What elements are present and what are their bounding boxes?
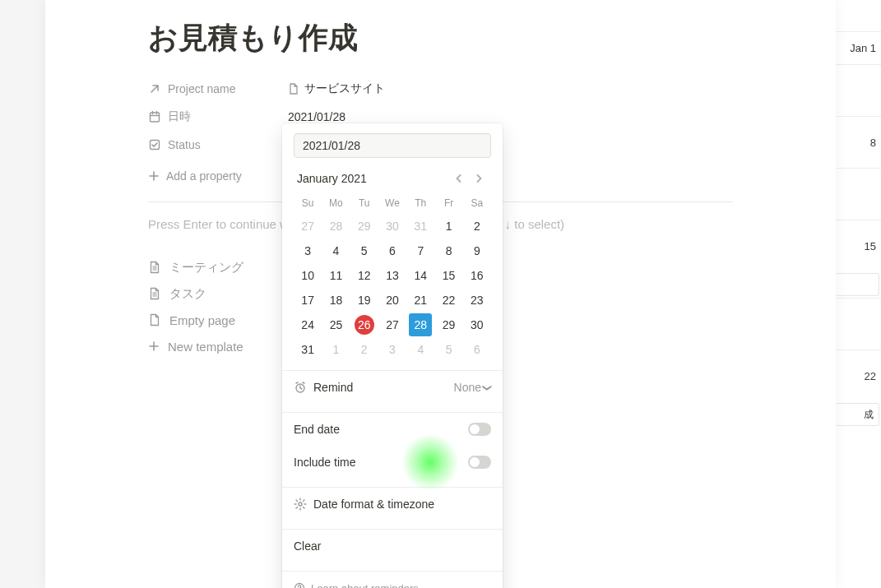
template-label: Empty page xyxy=(169,313,235,327)
timeline-strip: Jan 1 8 15 22 成 xyxy=(836,0,881,588)
calendar-day[interactable]: 10 xyxy=(294,266,322,285)
help-icon xyxy=(294,582,305,588)
remind-row[interactable]: Remind None ❯ xyxy=(282,371,503,404)
clear-label: Clear xyxy=(294,539,321,553)
timeline-date-header: Jan 1 xyxy=(836,31,881,64)
date-picker-popover: January 2021 SuMoTuWeThFrSa 272829303112… xyxy=(282,123,503,588)
end-date-row: End date xyxy=(282,413,503,446)
calendar-day[interactable]: 15 xyxy=(434,266,462,285)
calendar-day[interactable]: 31 xyxy=(294,340,322,359)
calendar-day[interactable]: 20 xyxy=(378,290,406,310)
checkbox-icon xyxy=(148,138,161,151)
page-icon xyxy=(148,287,161,300)
calendar-day[interactable]: 3 xyxy=(294,241,322,261)
timeline-task[interactable]: 成 xyxy=(836,403,879,426)
calendar-day[interactable]: 9 xyxy=(463,241,491,261)
calendar-day[interactable]: 11 xyxy=(322,266,350,285)
calendar-dow: Th xyxy=(406,197,434,209)
timeline-cell: 15 xyxy=(836,220,881,271)
calendar-dow: Su xyxy=(294,197,322,209)
clock-alarm-icon xyxy=(294,381,307,394)
timeline-cell: 8 xyxy=(836,116,881,168)
calendar-day[interactable]: 13 xyxy=(378,266,406,285)
gear-icon xyxy=(294,498,307,511)
template-label: タスク xyxy=(169,286,206,302)
timeline-cell: 22 xyxy=(836,350,881,401)
calendar-day[interactable]: 28 xyxy=(406,313,434,336)
calendar-dow-row: SuMoTuWeThFrSa xyxy=(294,197,491,209)
calendar-day[interactable]: 4 xyxy=(406,340,434,359)
property-value: サービスサイト xyxy=(304,81,385,96)
timeline-task[interactable] xyxy=(836,273,879,296)
end-date-toggle[interactable] xyxy=(468,423,491,436)
relation-arrow-icon xyxy=(148,82,161,95)
calendar-dow: Mo xyxy=(322,197,350,209)
calendar-dow: Sa xyxy=(463,197,491,209)
plus-icon xyxy=(148,340,160,352)
calendar-day[interactable]: 5 xyxy=(434,340,462,359)
svg-rect-0 xyxy=(151,113,160,122)
calendar-dow: Fr xyxy=(434,197,462,209)
page-icon xyxy=(148,261,161,274)
calendar-day[interactable]: 27 xyxy=(378,315,406,335)
timeline-cell xyxy=(836,168,881,220)
calendar-day[interactable]: 30 xyxy=(463,315,491,335)
svg-point-3 xyxy=(299,502,302,506)
calendar-day[interactable]: 18 xyxy=(322,290,350,310)
calendar-day[interactable]: 30 xyxy=(378,216,406,236)
calendar-day[interactable]: 6 xyxy=(463,340,491,359)
calendar-day[interactable]: 22 xyxy=(434,290,462,310)
date-format-row[interactable]: Date format & timezone xyxy=(282,488,503,521)
property-row-project[interactable]: Project name サービスサイト xyxy=(148,75,733,103)
calendar-day[interactable]: 26 xyxy=(350,315,378,335)
calendar-dow: Tu xyxy=(350,197,378,209)
calendar-day[interactable]: 8 xyxy=(434,241,462,261)
include-time-row: Include time xyxy=(282,446,503,479)
add-property-label: Add a property xyxy=(166,169,242,183)
calendar-prev-button[interactable] xyxy=(450,169,468,188)
calendar-day[interactable]: 24 xyxy=(294,315,322,335)
clear-row[interactable]: Clear xyxy=(282,530,503,563)
page-title[interactable]: お見積もり作成 xyxy=(148,18,733,58)
calendar-month-label: January 2021 xyxy=(297,172,367,185)
template-label: ミーティング xyxy=(169,260,243,275)
template-label: New template xyxy=(168,340,243,354)
calendar-day[interactable]: 17 xyxy=(294,290,322,310)
include-time-toggle[interactable] xyxy=(468,456,491,469)
calendar-day[interactable]: 27 xyxy=(294,216,322,236)
calendar-day[interactable]: 29 xyxy=(350,216,378,236)
remind-label: Remind xyxy=(313,381,353,394)
calendar-day[interactable]: 12 xyxy=(350,266,378,285)
learn-reminders[interactable]: Learn about reminders xyxy=(282,572,503,588)
page-icon xyxy=(288,83,299,95)
calendar-day[interactable]: 19 xyxy=(350,290,378,310)
calendar-day[interactable]: 6 xyxy=(378,241,406,261)
calendar-day[interactable]: 7 xyxy=(406,241,434,261)
calendar-day[interactable]: 1 xyxy=(322,340,350,359)
calendar-day[interactable]: 28 xyxy=(322,216,350,236)
end-date-label: End date xyxy=(294,423,340,436)
property-label: 日時 xyxy=(168,109,191,124)
calendar-day[interactable]: 31 xyxy=(406,216,434,236)
date-input[interactable] xyxy=(294,133,491,158)
calendar-day[interactable]: 23 xyxy=(463,290,491,310)
page-icon xyxy=(148,313,161,326)
calendar-day[interactable]: 25 xyxy=(322,315,350,335)
calendar-day[interactable]: 2 xyxy=(350,340,378,359)
calendar-day[interactable]: 2 xyxy=(463,216,491,236)
calendar-day[interactable]: 4 xyxy=(322,241,350,261)
calendar-day[interactable]: 21 xyxy=(406,290,434,310)
calendar-day[interactable]: 5 xyxy=(350,241,378,261)
calendar-day[interactable]: 14 xyxy=(406,266,434,285)
calendar-next-button[interactable] xyxy=(470,169,488,188)
calendar-day[interactable]: 3 xyxy=(378,340,406,359)
timeline-cell xyxy=(836,64,881,116)
remind-value: None xyxy=(454,381,481,394)
calendar-day[interactable]: 1 xyxy=(434,216,462,236)
calendar-day[interactable]: 29 xyxy=(434,315,462,335)
calendar-dow: We xyxy=(378,197,406,209)
include-time-label: Include time xyxy=(294,456,355,469)
learn-label: Learn about reminders xyxy=(311,582,419,589)
calendar-icon xyxy=(148,110,161,123)
calendar-day[interactable]: 16 xyxy=(463,266,491,285)
